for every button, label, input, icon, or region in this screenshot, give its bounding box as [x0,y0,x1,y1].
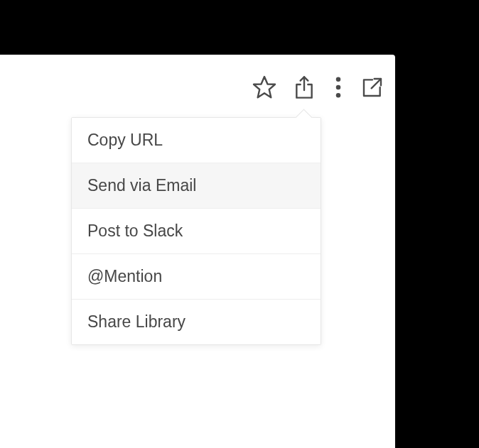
menu-item-mention[interactable]: @Mention [72,254,321,300]
open-external-icon [361,76,384,99]
share-icon [293,75,316,100]
more-icon [335,77,341,98]
menu-item-label: Post to Slack [87,222,183,240]
menu-item-share-library[interactable]: Share Library [72,300,321,344]
share-button[interactable] [291,75,317,100]
star-icon [252,75,277,100]
menu-item-copy-url[interactable]: Copy URL [72,118,321,163]
open-external-button[interactable] [360,75,385,100]
menu-item-label: Send via Email [87,176,196,195]
content-panel: Copy URL Send via Email Post to Slack @M… [0,55,395,448]
svg-point-2 [336,77,341,82]
menu-item-post-slack[interactable]: Post to Slack [72,209,321,254]
menu-item-label: @Mention [87,267,162,285]
more-button[interactable] [331,75,345,100]
favorite-button[interactable] [252,75,277,100]
svg-marker-0 [254,77,275,97]
menu-item-label: Copy URL [87,131,163,149]
menu-item-label: Share Library [87,312,185,331]
svg-point-3 [336,85,341,90]
menu-item-send-email[interactable]: Send via Email [72,163,321,209]
toolbar [252,75,385,100]
svg-point-4 [336,93,341,98]
share-dropdown: Copy URL Send via Email Post to Slack @M… [71,117,321,345]
